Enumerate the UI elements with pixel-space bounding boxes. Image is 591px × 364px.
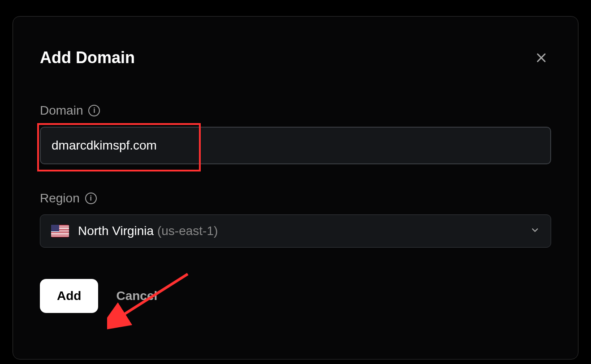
region-field-group: Region i North Virginia (us-east-1) [40,191,551,248]
info-icon[interactable]: i [88,105,100,116]
close-icon [535,51,548,64]
modal-title: Add Domain [40,48,135,67]
region-label: Region [40,191,80,206]
action-buttons: Add Cancel [40,279,551,313]
domain-input-wrapper [40,127,551,164]
domain-field-group: Domain i [40,103,551,164]
cancel-button[interactable]: Cancel [116,289,157,303]
region-select[interactable]: North Virginia (us-east-1) [40,214,551,248]
region-name: North Virginia [78,224,154,238]
info-icon[interactable]: i [85,193,97,204]
region-code: (us-east-1) [157,224,218,238]
region-selected-text: North Virginia (us-east-1) [78,224,521,238]
domain-label-row: Domain i [40,103,551,118]
region-label-row: Region i [40,191,551,206]
close-button[interactable] [531,48,551,68]
modal-header: Add Domain [40,48,551,68]
domain-input[interactable] [40,127,551,164]
add-button[interactable]: Add [40,279,98,313]
domain-label: Domain [40,103,83,118]
add-domain-modal: Add Domain Domain i Region i North Virgi… [13,16,578,360]
us-flag-icon [51,225,69,237]
chevron-down-icon [530,225,540,237]
